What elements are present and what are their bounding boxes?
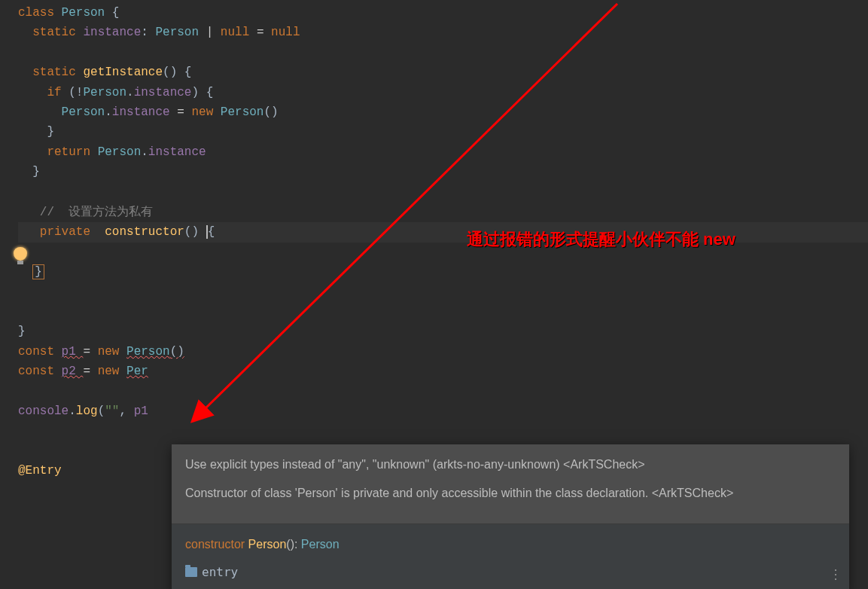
code-line: console.log("", p1 [18, 401, 868, 421]
folder-icon [185, 567, 197, 577]
code-line: const p1 = new Person() [18, 342, 868, 362]
constructor-signature: constructor Person(): Person [185, 535, 836, 554]
code-line [18, 381, 868, 401]
tooltip-messages: Use explicit types instead of "any", "un… [172, 444, 849, 524]
code-line: } [18, 262, 868, 282]
code-line [18, 282, 868, 301]
code-line: static getInstance() { [18, 63, 868, 82]
code-line [18, 182, 868, 202]
code-line [18, 421, 868, 441]
code-line [18, 302, 868, 322]
code-line [18, 243, 868, 262]
more-icon[interactable]: ⋯ [824, 568, 847, 580]
module-source: entry [185, 562, 836, 582]
code-line: } [18, 162, 868, 182]
code-line: } [18, 122, 868, 142]
code-line: } [18, 322, 868, 341]
code-line: if (!Person.instance) { [18, 83, 868, 102]
code-line: // 设置方法为私有 [18, 202, 868, 222]
code-line: return Person.instance [18, 142, 868, 162]
code-line: const p2 = new Per [18, 362, 868, 381]
error-message: Use explicit types instead of "any", "un… [185, 455, 836, 475]
error-message: Constructor of class 'Person' is private… [185, 484, 836, 503]
error-tooltip: Use explicit types instead of "any", "un… [172, 444, 849, 589]
annotation-text: 通过报错的形式提醒小伙伴不能 new [467, 226, 736, 253]
code-line: class Person { [18, 3, 868, 23]
tooltip-signature: constructor Person(): Person entry ⋯ [172, 524, 849, 589]
code-line-active: private constructor() { [18, 222, 868, 242]
code-editor[interactable]: class Person { static instance: Person |… [0, 0, 868, 484]
code-line: static instance: Person | null = null [18, 23, 868, 42]
code-line: Person.instance = new Person() [18, 102, 868, 122]
code-line [18, 43, 868, 63]
